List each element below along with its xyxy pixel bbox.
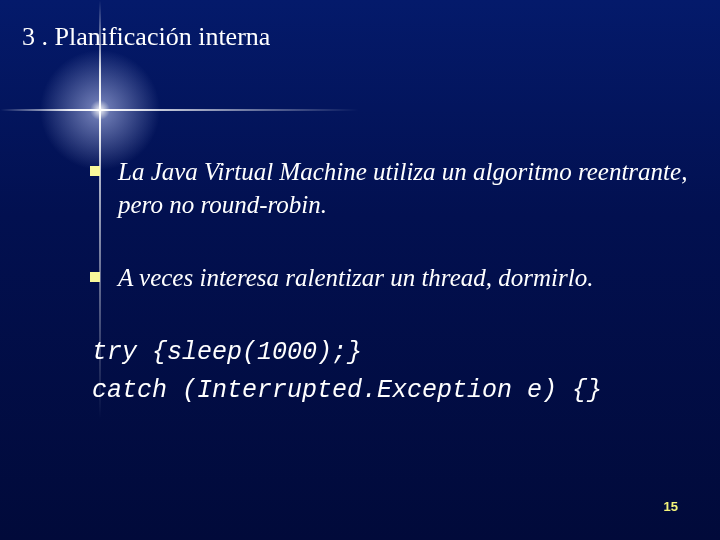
page-number: 15 bbox=[664, 499, 678, 514]
code-block: try {sleep(1000);} catch (Interrupted.Ex… bbox=[92, 334, 690, 409]
bullet-text: La Java Virtual Machine utiliza un algor… bbox=[118, 155, 690, 221]
flare-horizontal bbox=[0, 109, 720, 111]
code-line: try {sleep(1000);} bbox=[92, 334, 690, 372]
bullet-item: La Java Virtual Machine utiliza un algor… bbox=[90, 155, 690, 221]
bullet-text: A veces interesa ralentizar un thread, d… bbox=[118, 261, 593, 294]
slide: 3 . Planificación interna La Java Virtua… bbox=[0, 0, 720, 540]
code-line: catch (Interrupted.Exception e) {} bbox=[92, 372, 690, 410]
bullet-item: A veces interesa ralentizar un thread, d… bbox=[90, 261, 690, 294]
slide-body: La Java Virtual Machine utiliza un algor… bbox=[90, 155, 690, 409]
square-bullet-icon bbox=[90, 166, 100, 176]
square-bullet-icon bbox=[90, 272, 100, 282]
slide-title: 3 . Planificación interna bbox=[22, 22, 270, 52]
